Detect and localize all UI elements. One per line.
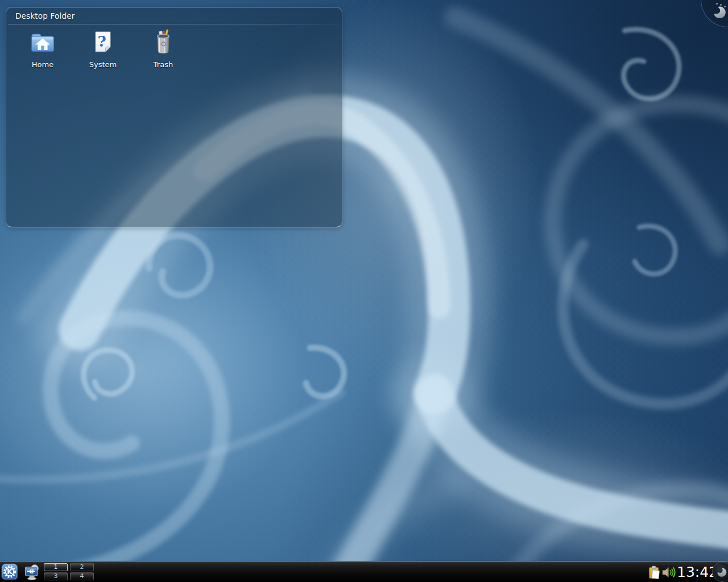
desktop-folder-title: Desktop Folder: [15, 11, 75, 20]
kde-menu-icon: K: [1, 563, 18, 580]
title-separator: [8, 24, 340, 24]
app-launcher-button[interactable]: K: [1, 563, 18, 580]
virtual-desktop-pager: 1 2 3 4: [44, 563, 94, 580]
desktop-icon-trash[interactable]: ♻ Trash: [135, 29, 192, 69]
plasma-desktop: Desktop Folder Home: [0, 0, 728, 582]
volume-tray-button[interactable]: [661, 565, 676, 582]
clipboard-tray-button[interactable]: [648, 566, 661, 581]
pager-desktop-1[interactable]: 1: [44, 563, 68, 571]
device-notifier-icon: [23, 564, 40, 580]
toolbox-dot: [720, 4, 722, 6]
toolbox-dot: [724, 6, 726, 7]
icon-label-home: Home: [32, 60, 53, 69]
toolbox-dot: [716, 3, 718, 5]
icon-label-system: System: [89, 60, 117, 69]
digital-clock[interactable]: 13:42: [677, 562, 717, 582]
pager-desktop-3[interactable]: 3: [44, 572, 68, 580]
desktop-icon-system[interactable]: ? System: [75, 29, 131, 69]
taskbar-panel: K: [0, 561, 728, 582]
panel-toolbox-cashew[interactable]: [712, 562, 728, 582]
volume-icon: [661, 565, 676, 580]
device-notifier-button[interactable]: [23, 564, 40, 580]
desktop-icon-grid: Home ? System: [14, 29, 192, 69]
system-help-document-icon: ?: [89, 29, 117, 56]
pager-desktop-4[interactable]: 4: [70, 572, 94, 580]
pager-desktop-2[interactable]: 2: [70, 563, 94, 571]
trash-can-icon: ♻: [150, 29, 177, 56]
desktop-folder-widget: Desktop Folder Home: [6, 7, 342, 227]
home-folder-icon: [29, 29, 56, 56]
clipboard-icon: [648, 566, 661, 579]
plasma-cashew-icon: [716, 567, 727, 578]
svg-text:♻: ♻: [160, 40, 167, 48]
desktop-icon-home[interactable]: Home: [14, 29, 71, 69]
icon-label-trash: Trash: [154, 60, 173, 69]
svg-text:K: K: [7, 568, 13, 576]
svg-text:?: ?: [97, 33, 106, 50]
